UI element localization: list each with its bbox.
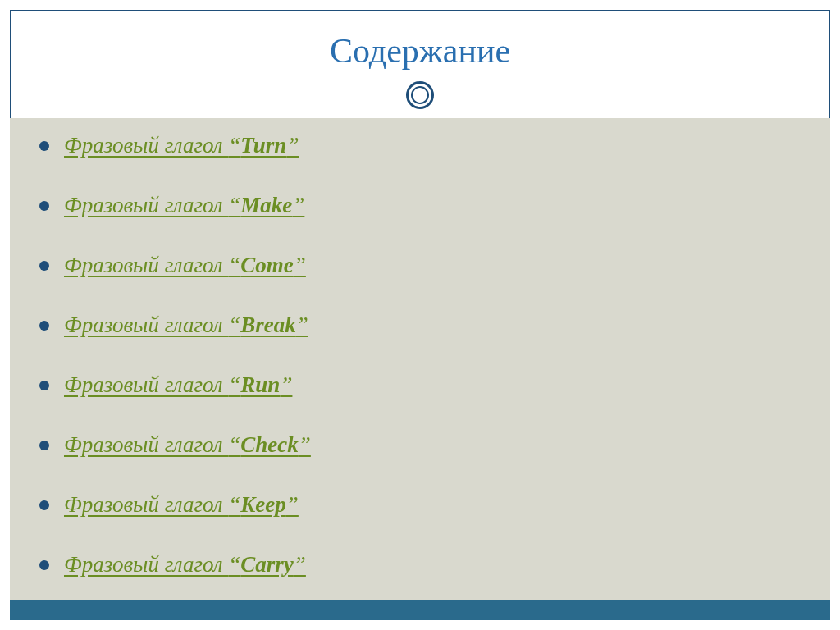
link-verb: Break — [240, 313, 296, 337]
quote-open: “ — [228, 552, 240, 577]
bullet-icon — [39, 321, 49, 331]
list-item: Фразовый глагол “Check” — [39, 432, 801, 458]
link-verb: Turn — [240, 133, 286, 158]
quote-close: ” — [286, 133, 299, 158]
toc-link-run[interactable]: Фразовый глагол “Run” — [64, 372, 292, 398]
toc-link-come[interactable]: Фразовый глагол “Come” — [64, 253, 306, 278]
quote-open: “ — [228, 372, 240, 397]
quote-close: ” — [280, 372, 292, 397]
quote-close: ” — [299, 432, 311, 457]
list-item: Фразовый глагол “Break” — [39, 313, 801, 338]
quote-close: ” — [292, 193, 304, 217]
quote-open: “ — [228, 492, 240, 517]
list-item: Фразовый глагол “Carry” — [39, 552, 801, 578]
quote-close: ” — [294, 552, 306, 577]
quote-open: “ — [228, 133, 240, 158]
link-verb: Keep — [240, 492, 285, 517]
link-verb: Run — [240, 372, 280, 397]
link-prefix: Фразовый глагол — [64, 552, 228, 577]
quote-close: ” — [296, 313, 308, 337]
link-prefix: Фразовый глагол — [64, 253, 228, 277]
bullet-icon — [39, 261, 49, 271]
bullet-icon — [39, 141, 49, 151]
list-item: Фразовый глагол “Run” — [39, 372, 801, 398]
quote-open: “ — [228, 193, 240, 217]
bullet-icon — [39, 560, 49, 570]
quote-open: “ — [228, 313, 240, 337]
bullet-icon — [39, 201, 49, 211]
toc-link-turn[interactable]: Фразовый глагол “Turn” — [64, 133, 299, 158]
toc-link-break[interactable]: Фразовый глагол “Break” — [64, 313, 308, 338]
quote-close: ” — [286, 492, 299, 517]
list-item: Фразовый глагол “Come” — [39, 253, 801, 278]
link-prefix: Фразовый глагол — [64, 432, 228, 457]
ring-decoration — [404, 79, 436, 112]
link-verb: Carry — [240, 552, 294, 577]
bullet-icon — [39, 500, 49, 510]
quote-close: ” — [294, 253, 306, 277]
link-verb: Come — [240, 253, 294, 277]
link-prefix: Фразовый глагол — [64, 133, 228, 158]
toc-list: Фразовый глагол “Turn” Фразовый глагол “… — [39, 133, 801, 612]
link-prefix: Фразовый глагол — [64, 313, 228, 337]
link-prefix: Фразовый глагол — [64, 492, 228, 517]
link-verb: Make — [240, 193, 292, 217]
link-prefix: Фразовый глагол — [64, 372, 228, 397]
list-item: Фразовый глагол “Turn” — [39, 133, 801, 158]
list-item: Фразовый глагол “Make” — [39, 193, 801, 218]
list-item: Фразовый глагол “Keep” — [39, 492, 801, 518]
toc-link-make[interactable]: Фразовый глагол “Make” — [64, 193, 304, 218]
quote-open: “ — [228, 432, 240, 457]
bullet-icon — [39, 381, 49, 390]
toc-link-carry[interactable]: Фразовый глагол “Carry” — [64, 552, 306, 578]
toc-link-check[interactable]: Фразовый глагол “Check” — [64, 432, 311, 458]
link-verb: Check — [240, 432, 299, 457]
quote-open: “ — [228, 253, 240, 277]
toc-link-keep[interactable]: Фразовый глагол “Keep” — [64, 492, 299, 518]
bullet-icon — [39, 441, 49, 450]
page-title: Содержание — [0, 31, 840, 71]
link-prefix: Фразовый глагол — [64, 193, 228, 217]
